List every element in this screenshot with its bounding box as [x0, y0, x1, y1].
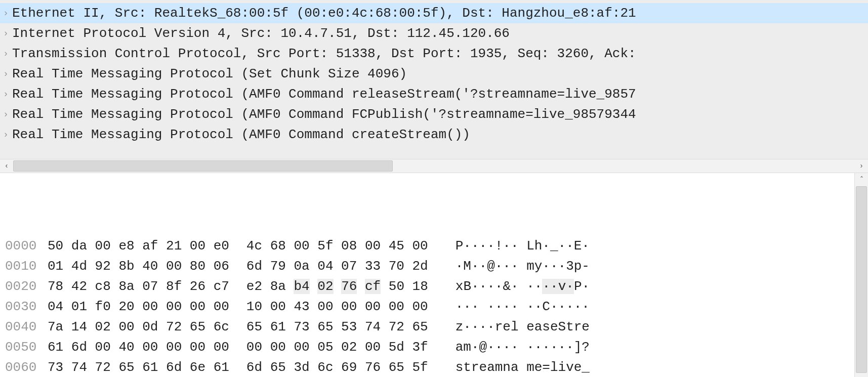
scroll-up-icon[interactable]: ˄ — [855, 173, 868, 186]
scrollbar-thumb[interactable] — [856, 186, 867, 373]
hex-dump-pane: 000050 da 00 e8 af 21 00 e04c 68 00 5f 0… — [0, 173, 868, 377]
hex-row[interactable]: 001001 4d 92 8b 40 00 80 066d 79 0a 04 0… — [0, 256, 868, 276]
hex-ascii: xB····&· ····v·P· — [456, 276, 590, 297]
chevron-right-icon: › — [3, 44, 12, 64]
hex-ascii: am·@···· ······]? — [456, 337, 590, 357]
hex-bytes: 04 01 f0 20 00 00 00 0010 00 43 00 00 00… — [48, 297, 428, 317]
hex-bytes: 61 6d 00 40 00 00 00 0000 00 00 05 02 00… — [48, 337, 428, 357]
chevron-right-icon: › — [3, 84, 12, 104]
hex-bytes: 73 74 72 65 61 6d 6e 616d 65 3d 6c 69 76… — [48, 357, 428, 377]
hex-ascii: ··· ···· ··C····· — [456, 297, 590, 317]
hex-bytes: 50 da 00 e8 af 21 00 e04c 68 00 5f 08 00… — [48, 236, 428, 256]
detail-text: Real Time Messaging Protocol (AMF0 Comma… — [12, 124, 868, 145]
hex-ascii: ·M··@··· my···3p- — [456, 256, 590, 276]
hex-row[interactable]: 002078 42 c8 8a 07 8f 26 c7e2 8a b4 02 7… — [0, 276, 868, 297]
detail-row-rtmp-chunksize[interactable]: › Real Time Messaging Protocol (Set Chun… — [0, 64, 868, 84]
hex-ascii: streamna me=live_ — [456, 357, 590, 377]
detail-text: Transmission Control Protocol, Src Port:… — [12, 44, 868, 64]
detail-row-ethernet[interactable]: › Ethernet II, Src: RealtekS_68:00:5f (0… — [0, 3, 868, 23]
chevron-right-icon: › — [3, 64, 12, 84]
hex-offset: 0050 — [5, 337, 48, 357]
chevron-right-icon: › — [3, 104, 12, 124]
scroll-left-icon[interactable]: ‹ — [0, 159, 13, 173]
hex-offset: 0060 — [5, 357, 48, 377]
detail-row-tcp[interactable]: › Transmission Control Protocol, Src Por… — [0, 44, 868, 64]
hex-ascii: P····!·· Lh·_··E· — [456, 236, 590, 256]
detail-row-ipv4[interactable]: › Internet Protocol Version 4, Src: 10.4… — [0, 23, 868, 44]
hex-offset: 0010 — [5, 256, 48, 276]
hex-offset: 0020 — [5, 276, 48, 297]
hex-offset: 0040 — [5, 317, 48, 337]
hex-offset: 0030 — [5, 297, 48, 317]
hex-row[interactable]: 005061 6d 00 40 00 00 00 0000 00 00 05 0… — [0, 337, 868, 357]
hex-row[interactable]: 006073 74 72 65 61 6d 6e 616d 65 3d 6c 6… — [0, 357, 868, 377]
hex-row[interactable]: 00407a 14 02 00 0d 72 65 6c65 61 73 65 5… — [0, 317, 868, 337]
detail-text: Real Time Messaging Protocol (Set Chunk … — [12, 64, 868, 84]
chevron-right-icon: › — [3, 23, 12, 44]
detail-row-rtmp-createstream[interactable]: › Real Time Messaging Protocol (AMF0 Com… — [0, 124, 868, 145]
hex-row[interactable]: 003004 01 f0 20 00 00 00 0010 00 43 00 0… — [0, 297, 868, 317]
detail-text: Internet Protocol Version 4, Src: 10.4.7… — [12, 23, 868, 44]
details-horizontal-scrollbar[interactable]: ‹ › — [0, 159, 868, 173]
detail-text: Ethernet II, Src: RealtekS_68:00:5f (00:… — [12, 3, 868, 23]
detail-row-rtmp-fcpublish[interactable]: › Real Time Messaging Protocol (AMF0 Com… — [0, 104, 868, 124]
detail-text: Real Time Messaging Protocol (AMF0 Comma… — [12, 104, 868, 124]
scrollbar-thumb[interactable] — [13, 160, 393, 172]
hex-row[interactable]: 000050 da 00 e8 af 21 00 e04c 68 00 5f 0… — [0, 236, 868, 256]
detail-row-rtmp-releasestream[interactable]: › Real Time Messaging Protocol (AMF0 Com… — [0, 84, 868, 104]
scrollbar-track[interactable] — [13, 159, 855, 173]
hex-bytes: 7a 14 02 00 0d 72 65 6c65 61 73 65 53 74… — [48, 317, 428, 337]
hex-offset: 0000 — [5, 236, 48, 256]
chevron-right-icon: › — [3, 3, 12, 23]
hex-vertical-scrollbar[interactable]: ˄ ˅ — [854, 173, 868, 377]
hex-bytes: 78 42 c8 8a 07 8f 26 c7e2 8a b4 02 76 cf… — [48, 276, 428, 297]
hex-bytes: 01 4d 92 8b 40 00 80 066d 79 0a 04 07 33… — [48, 256, 428, 276]
scrollbar-track[interactable] — [855, 186, 868, 377]
hex-ascii: z····rel easeStre — [456, 317, 590, 337]
detail-text: Real Time Messaging Protocol (AMF0 Comma… — [12, 84, 868, 104]
packet-details-pane: › Ethernet II, Src: RealtekS_68:00:5f (0… — [0, 0, 868, 159]
chevron-right-icon: › — [3, 124, 12, 145]
